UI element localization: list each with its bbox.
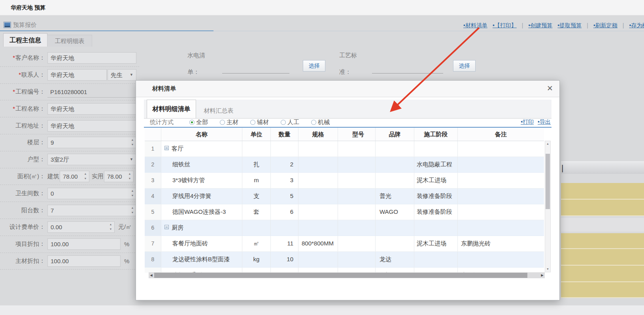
dialog-titlebar: 材料清单 ✕ [136, 81, 559, 97]
vertical-scrollbar-thumb[interactable] [546, 154, 550, 209]
horizontal-scrollbar-thumb[interactable] [154, 273, 527, 278]
radio-icon[interactable] [281, 120, 286, 125]
spinner-up-icon[interactable]: ▲ [83, 172, 88, 176]
radio-option[interactable]: 机械 [311, 119, 330, 126]
cell-brand: 龙达 [376, 252, 414, 267]
toolbar-link[interactable]: •提取预算 [557, 22, 582, 28]
address-input[interactable]: 华府天地 [47, 120, 136, 132]
scroll-up-icon[interactable]: ▲ [545, 141, 550, 147]
radio-icon[interactable] [250, 120, 255, 125]
spinner-down-icon[interactable]: ▼ [130, 210, 135, 215]
field-label: *工程编号： [0, 88, 45, 96]
spinner-up-icon[interactable]: ▲ [127, 172, 132, 176]
customer-name-input[interactable]: 华府天地 [47, 52, 136, 64]
table-row[interactable]: 7客餐厅地面砖㎡11800*800MM泥木工进场东鹏抛光砖 [145, 236, 544, 252]
project-discount-input[interactable]: 100.00 [47, 238, 121, 250]
toolbar-link[interactable]: •材料清单 [463, 22, 487, 28]
collapse-group-icon[interactable] [164, 146, 169, 150]
dialog-tabstrip: 材料明细清单 材料汇总表 [144, 100, 551, 119]
radio-option[interactable]: 全部 [189, 119, 208, 126]
hydro-list-field[interactable] [222, 73, 289, 74]
material-discount-input[interactable]: 100.00 [47, 255, 121, 267]
spinner-up-icon[interactable]: ▲ [130, 138, 135, 142]
toolbar-link[interactable]: •存为模板 [629, 22, 644, 28]
floor-stepper[interactable]: 9 ▲▼ [47, 137, 136, 148]
radio-option[interactable]: 人工 [281, 119, 299, 126]
field-label: 卫生间数： [0, 190, 45, 197]
cell-model [338, 236, 376, 251]
scroll-right-icon[interactable]: ▶ [540, 272, 545, 278]
layout-select[interactable]: 3室2厅▼ [47, 154, 136, 165]
cell-note: 东鹏抛光砖 [458, 236, 544, 251]
contact-title-select[interactable]: 先生▼ [108, 69, 136, 81]
required-mark: * [13, 105, 15, 112]
spinner-down-icon[interactable]: ▼ [130, 193, 135, 198]
toolbar-link[interactable]: •创建预算 [528, 22, 552, 28]
field-label: 工程地址： [0, 122, 45, 130]
radio-icon[interactable] [220, 120, 225, 125]
spinner-down-icon[interactable]: ▼ [130, 142, 135, 147]
bathrooms-stepper[interactable]: 0 ▲▼ [47, 188, 136, 199]
tab-project-main-info[interactable]: 工程主信息 [3, 33, 47, 47]
collapse-group-icon[interactable] [164, 225, 169, 229]
background-panel-header [561, 161, 644, 174]
dialog-link[interactable]: •导出 [538, 119, 551, 125]
tab-project-detail[interactable]: 工程明细表 [47, 35, 92, 47]
cell-stage: 泥木工进场 [414, 173, 458, 188]
cell-spec [298, 173, 338, 188]
dialog-link[interactable]: •打印 [521, 119, 534, 125]
table-row[interactable]: 4穿线用4分弹簧支5普光装修准备阶段 [145, 189, 544, 204]
design-fee-unit: 元/㎡ [118, 223, 132, 231]
toolbar-link[interactable]: •刷新定额 [593, 22, 618, 28]
project-no-field[interactable]: P1610280001 [47, 86, 136, 98]
radio-option[interactable]: 主材 [220, 119, 238, 126]
usable-area-stepper[interactable]: 78.00 ▲▼ [104, 171, 134, 182]
form-row-project-discount: 项目折扣： 100.00 % [0, 236, 139, 253]
contact-name-input[interactable]: 华府天地 [47, 69, 107, 81]
building-area-stepper[interactable]: 78.00 ▲▼ [60, 171, 89, 182]
craft-select-button[interactable]: 选择 [453, 60, 476, 72]
spinner-up-icon[interactable]: ▲ [130, 206, 135, 210]
cell-number: 8 [145, 252, 161, 267]
design-fee-stepper[interactable]: 0.00 ▲▼ [47, 221, 115, 233]
table-row[interactable]: 6厨房 [145, 220, 544, 236]
spinner-up-icon[interactable]: ▲ [108, 222, 113, 227]
radio-icon[interactable] [311, 120, 316, 125]
table-row[interactable]: 33*3镀锌方管m3泥木工进场 [145, 173, 544, 189]
table-row[interactable]: 1客厅 [145, 141, 544, 157]
required-mark: * [13, 88, 15, 95]
scroll-down-icon[interactable]: ▼ [545, 266, 550, 272]
cell-model [338, 173, 376, 188]
spinner-down-icon[interactable]: ▼ [108, 227, 113, 232]
tab-material-summary[interactable]: 材料汇总表 [196, 103, 241, 118]
hydro-select-button[interactable]: 选择 [303, 60, 325, 72]
radio-selected-icon[interactable] [189, 120, 195, 125]
table-row[interactable]: 8龙达硬性涂料B型面漆kg10龙达 [145, 252, 544, 268]
table-row[interactable]: 5德国WAGO连接器-3套6WAGO装修准备阶段 [145, 204, 544, 220]
cell-qty: 6 [271, 204, 298, 220]
horizontal-scrollbar[interactable]: ◀ ▶ [149, 272, 545, 278]
craft-standard-field[interactable] [372, 73, 443, 74]
tab-material-detail-list[interactable]: 材料明细清单 [147, 100, 196, 118]
cell-stage [414, 220, 458, 236]
cell-stage: 装修准备阶段 [414, 189, 458, 204]
table-row[interactable]: 2细铁丝扎2水电隐蔽工程 [145, 157, 544, 173]
vertical-scrollbar[interactable]: ▲ ▼ [545, 141, 551, 272]
form-row-area: 面积(㎡)： 建筑 78.00 ▲▼ 实用 78.00 ▲▼ [0, 168, 139, 185]
spinner-up-icon[interactable]: ▲ [130, 189, 135, 193]
cell-number: 3 [145, 173, 161, 188]
toolbar-link[interactable]: •【打印】 [493, 22, 517, 28]
spinner-down-icon[interactable]: ▼ [83, 176, 88, 181]
scroll-left-icon[interactable]: ◀ [149, 272, 154, 278]
form-row-design-fee: 设计费单价： 0.00 ▲▼ 元/㎡ [0, 219, 139, 236]
radio-option[interactable]: 辅材 [250, 119, 269, 126]
spinner-down-icon[interactable]: ▼ [127, 176, 132, 181]
balconies-stepper[interactable]: 7 ▲▼ [47, 205, 136, 216]
table-body: 1客厅2细铁丝扎2水电隐蔽工程33*3镀锌方管m3泥木工进场4穿线用4分弹簧支5… [145, 141, 544, 273]
cell-unit: 扎 [242, 157, 271, 172]
cell-note [458, 252, 544, 267]
cell-name: 龙达硬性涂料B型面漆 [161, 252, 242, 267]
close-icon[interactable]: ✕ [547, 84, 553, 93]
cell-model [338, 189, 376, 204]
project-name-input[interactable]: 华府天地 [47, 103, 136, 115]
